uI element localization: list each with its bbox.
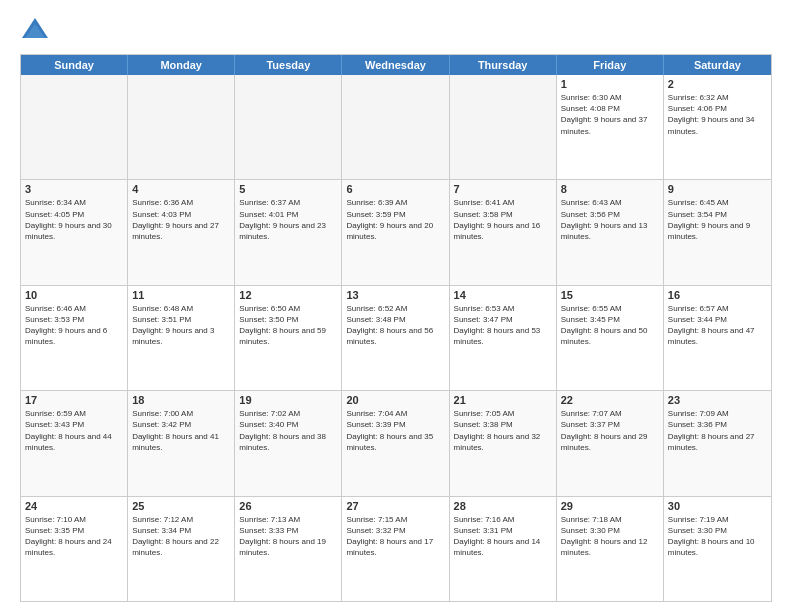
week-row-3: 17Sunrise: 6:59 AMSunset: 3:43 PMDayligh… (21, 391, 771, 496)
cal-cell-24: 24Sunrise: 7:10 AMSunset: 3:35 PMDayligh… (21, 497, 128, 601)
cal-cell-10: 10Sunrise: 6:46 AMSunset: 3:53 PMDayligh… (21, 286, 128, 390)
cal-cell-empty-0-3 (342, 75, 449, 179)
cal-cell-19: 19Sunrise: 7:02 AMSunset: 3:40 PMDayligh… (235, 391, 342, 495)
cal-cell-16: 16Sunrise: 6:57 AMSunset: 3:44 PMDayligh… (664, 286, 771, 390)
day-number: 21 (454, 394, 552, 406)
day-number: 23 (668, 394, 767, 406)
cell-info: Sunrise: 7:13 AMSunset: 3:33 PMDaylight:… (239, 514, 337, 559)
day-header-thursday: Thursday (450, 55, 557, 75)
calendar-body: 1Sunrise: 6:30 AMSunset: 4:08 PMDaylight… (21, 75, 771, 601)
day-number: 19 (239, 394, 337, 406)
cal-cell-2: 2Sunrise: 6:32 AMSunset: 4:06 PMDaylight… (664, 75, 771, 179)
cell-info: Sunrise: 6:36 AMSunset: 4:03 PMDaylight:… (132, 197, 230, 242)
day-number: 4 (132, 183, 230, 195)
page: SundayMondayTuesdayWednesdayThursdayFrid… (0, 0, 792, 612)
day-header-sunday: Sunday (21, 55, 128, 75)
cal-cell-30: 30Sunrise: 7:19 AMSunset: 3:30 PMDayligh… (664, 497, 771, 601)
week-row-1: 3Sunrise: 6:34 AMSunset: 4:05 PMDaylight… (21, 180, 771, 285)
day-number: 25 (132, 500, 230, 512)
cell-info: Sunrise: 6:55 AMSunset: 3:45 PMDaylight:… (561, 303, 659, 348)
cell-info: Sunrise: 7:10 AMSunset: 3:35 PMDaylight:… (25, 514, 123, 559)
day-number: 6 (346, 183, 444, 195)
day-header-friday: Friday (557, 55, 664, 75)
cell-info: Sunrise: 6:43 AMSunset: 3:56 PMDaylight:… (561, 197, 659, 242)
day-number: 16 (668, 289, 767, 301)
cal-cell-14: 14Sunrise: 6:53 AMSunset: 3:47 PMDayligh… (450, 286, 557, 390)
cal-cell-3: 3Sunrise: 6:34 AMSunset: 4:05 PMDaylight… (21, 180, 128, 284)
cell-info: Sunrise: 6:59 AMSunset: 3:43 PMDaylight:… (25, 408, 123, 453)
cal-cell-12: 12Sunrise: 6:50 AMSunset: 3:50 PMDayligh… (235, 286, 342, 390)
day-number: 3 (25, 183, 123, 195)
cell-info: Sunrise: 7:02 AMSunset: 3:40 PMDaylight:… (239, 408, 337, 453)
day-number: 18 (132, 394, 230, 406)
cell-info: Sunrise: 7:09 AMSunset: 3:36 PMDaylight:… (668, 408, 767, 453)
day-number: 15 (561, 289, 659, 301)
cal-cell-20: 20Sunrise: 7:04 AMSunset: 3:39 PMDayligh… (342, 391, 449, 495)
day-number: 17 (25, 394, 123, 406)
cell-info: Sunrise: 6:50 AMSunset: 3:50 PMDaylight:… (239, 303, 337, 348)
cell-info: Sunrise: 6:52 AMSunset: 3:48 PMDaylight:… (346, 303, 444, 348)
calendar-header: SundayMondayTuesdayWednesdayThursdayFrid… (21, 55, 771, 75)
calendar: SundayMondayTuesdayWednesdayThursdayFrid… (20, 54, 772, 602)
day-number: 11 (132, 289, 230, 301)
cell-info: Sunrise: 7:18 AMSunset: 3:30 PMDaylight:… (561, 514, 659, 559)
cal-cell-13: 13Sunrise: 6:52 AMSunset: 3:48 PMDayligh… (342, 286, 449, 390)
cell-info: Sunrise: 7:00 AMSunset: 3:42 PMDaylight:… (132, 408, 230, 453)
day-number: 27 (346, 500, 444, 512)
cell-info: Sunrise: 6:45 AMSunset: 3:54 PMDaylight:… (668, 197, 767, 242)
day-number: 1 (561, 78, 659, 90)
cal-cell-23: 23Sunrise: 7:09 AMSunset: 3:36 PMDayligh… (664, 391, 771, 495)
cal-cell-empty-0-2 (235, 75, 342, 179)
cell-info: Sunrise: 6:46 AMSunset: 3:53 PMDaylight:… (25, 303, 123, 348)
day-number: 13 (346, 289, 444, 301)
header (20, 16, 772, 46)
cell-info: Sunrise: 7:05 AMSunset: 3:38 PMDaylight:… (454, 408, 552, 453)
cal-cell-9: 9Sunrise: 6:45 AMSunset: 3:54 PMDaylight… (664, 180, 771, 284)
cell-info: Sunrise: 7:07 AMSunset: 3:37 PMDaylight:… (561, 408, 659, 453)
cal-cell-26: 26Sunrise: 7:13 AMSunset: 3:33 PMDayligh… (235, 497, 342, 601)
day-number: 28 (454, 500, 552, 512)
week-row-2: 10Sunrise: 6:46 AMSunset: 3:53 PMDayligh… (21, 286, 771, 391)
cell-info: Sunrise: 6:30 AMSunset: 4:08 PMDaylight:… (561, 92, 659, 137)
day-number: 12 (239, 289, 337, 301)
day-number: 10 (25, 289, 123, 301)
day-number: 14 (454, 289, 552, 301)
cal-cell-7: 7Sunrise: 6:41 AMSunset: 3:58 PMDaylight… (450, 180, 557, 284)
day-header-monday: Monday (128, 55, 235, 75)
cell-info: Sunrise: 6:41 AMSunset: 3:58 PMDaylight:… (454, 197, 552, 242)
cal-cell-11: 11Sunrise: 6:48 AMSunset: 3:51 PMDayligh… (128, 286, 235, 390)
day-number: 9 (668, 183, 767, 195)
cell-info: Sunrise: 6:37 AMSunset: 4:01 PMDaylight:… (239, 197, 337, 242)
cal-cell-17: 17Sunrise: 6:59 AMSunset: 3:43 PMDayligh… (21, 391, 128, 495)
day-number: 29 (561, 500, 659, 512)
week-row-4: 24Sunrise: 7:10 AMSunset: 3:35 PMDayligh… (21, 497, 771, 601)
day-number: 7 (454, 183, 552, 195)
cell-info: Sunrise: 7:04 AMSunset: 3:39 PMDaylight:… (346, 408, 444, 453)
cell-info: Sunrise: 6:32 AMSunset: 4:06 PMDaylight:… (668, 92, 767, 137)
cal-cell-25: 25Sunrise: 7:12 AMSunset: 3:34 PMDayligh… (128, 497, 235, 601)
day-header-wednesday: Wednesday (342, 55, 449, 75)
cal-cell-6: 6Sunrise: 6:39 AMSunset: 3:59 PMDaylight… (342, 180, 449, 284)
day-number: 24 (25, 500, 123, 512)
day-header-tuesday: Tuesday (235, 55, 342, 75)
cal-cell-empty-0-4 (450, 75, 557, 179)
cell-info: Sunrise: 7:16 AMSunset: 3:31 PMDaylight:… (454, 514, 552, 559)
cal-cell-18: 18Sunrise: 7:00 AMSunset: 3:42 PMDayligh… (128, 391, 235, 495)
day-number: 22 (561, 394, 659, 406)
cell-info: Sunrise: 7:12 AMSunset: 3:34 PMDaylight:… (132, 514, 230, 559)
day-number: 5 (239, 183, 337, 195)
cal-cell-5: 5Sunrise: 6:37 AMSunset: 4:01 PMDaylight… (235, 180, 342, 284)
cal-cell-22: 22Sunrise: 7:07 AMSunset: 3:37 PMDayligh… (557, 391, 664, 495)
cal-cell-empty-0-0 (21, 75, 128, 179)
cell-info: Sunrise: 6:34 AMSunset: 4:05 PMDaylight:… (25, 197, 123, 242)
day-number: 26 (239, 500, 337, 512)
cal-cell-27: 27Sunrise: 7:15 AMSunset: 3:32 PMDayligh… (342, 497, 449, 601)
cal-cell-15: 15Sunrise: 6:55 AMSunset: 3:45 PMDayligh… (557, 286, 664, 390)
week-row-0: 1Sunrise: 6:30 AMSunset: 4:08 PMDaylight… (21, 75, 771, 180)
cell-info: Sunrise: 6:57 AMSunset: 3:44 PMDaylight:… (668, 303, 767, 348)
cal-cell-empty-0-1 (128, 75, 235, 179)
cal-cell-1: 1Sunrise: 6:30 AMSunset: 4:08 PMDaylight… (557, 75, 664, 179)
cal-cell-29: 29Sunrise: 7:18 AMSunset: 3:30 PMDayligh… (557, 497, 664, 601)
cal-cell-8: 8Sunrise: 6:43 AMSunset: 3:56 PMDaylight… (557, 180, 664, 284)
cell-info: Sunrise: 7:15 AMSunset: 3:32 PMDaylight:… (346, 514, 444, 559)
